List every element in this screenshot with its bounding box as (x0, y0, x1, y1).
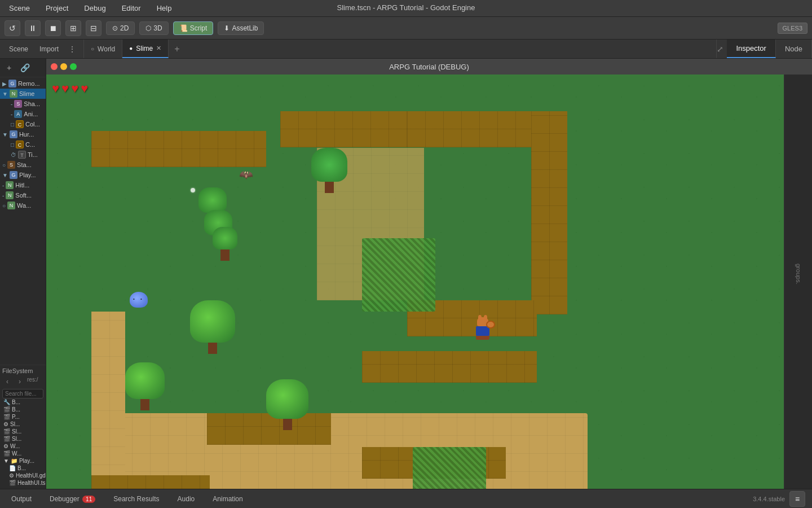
fs-icon-4: 🎬 (3, 428, 10, 435)
toolbar-refresh-btn[interactable]: ↺ (5, 20, 20, 36)
fs-item-0[interactable]: 🔧B... (2, 398, 43, 406)
fs-label-6: W... (10, 443, 20, 449)
traffic-light-green[interactable] (70, 63, 77, 70)
toolbar: ↺ ⏸ ⏹ ⊞ ⊟ ⊙ 2D ⬡ 3D 📜 Script ⬇ AssetLib … (0, 17, 812, 40)
tree-item-remote[interactable]: ▶ G Remo... (0, 78, 46, 89)
tab-scene[interactable]: Scene (5, 43, 33, 55)
scene-tab-world[interactable]: ○ World (84, 40, 122, 58)
leaf-tiles-1 (362, 238, 435, 312)
fs-item-1[interactable]: 🎬B... (2, 406, 43, 413)
fs-icon-0: 🔧 (3, 399, 10, 405)
tree-item-col[interactable]: □ C Col... (0, 119, 46, 129)
tab-import[interactable]: Import (35, 43, 63, 55)
fs-item-3[interactable]: ⚙Sl... (2, 421, 43, 428)
slime-node-icon: N (10, 90, 17, 98)
tree-item-anim[interactable]: - A Ani... (0, 109, 46, 119)
fs-label-5: Sl... (12, 436, 21, 442)
tree-item-timer[interactable]: ⏱ T Ti... (0, 150, 46, 160)
fs-forward-btn[interactable]: › (15, 376, 25, 387)
fs-item-healthui-tscn[interactable]: 🎬HealthUI.tscn (2, 479, 43, 487)
fs-b-label: B... (17, 465, 26, 471)
timer-label: Ti... (28, 151, 38, 158)
scene-tabs: ○ World ● Slime ✕ + (84, 40, 716, 58)
fs-icon-2: 🎬 (3, 414, 10, 420)
fs-path: res:/ (27, 376, 38, 387)
expand-btn[interactable]: ⤢ (717, 45, 723, 54)
menu-help[interactable]: Help (153, 3, 175, 14)
tree-item-play[interactable]: ▼ G Play... (0, 170, 46, 180)
toolbar-pause-btn[interactable]: ⏸ (25, 20, 41, 36)
state-icon: ○ (2, 162, 6, 168)
slime-expand-icon: ▼ (2, 91, 8, 97)
fs-item-healthui-gd[interactable]: ⚙HealthUI.gd (2, 472, 43, 479)
status-animation-tab[interactable]: Animation (208, 493, 247, 505)
c-node-icon: C (16, 141, 24, 148)
menu-scene[interactable]: Scene (6, 3, 33, 14)
inspector-tab[interactable]: Inspector (727, 40, 775, 58)
tree-item-wa[interactable]: ○ N Wa... (0, 200, 46, 211)
fs-label-2: P... (12, 414, 20, 420)
dirt-wall-lower-2 (362, 351, 537, 383)
main-layout: + 🔗 ▶ G Remo... ▼ N Slime - S Sha... (0, 59, 812, 489)
fs-search-input[interactable] (2, 389, 43, 398)
shadow-node-icon: S (14, 100, 22, 108)
scene-tab-slime[interactable]: ● Slime ✕ (122, 40, 169, 58)
toolbar-settings-btn[interactable]: ⊟ (86, 20, 102, 36)
fs-item-play-folder[interactable]: ▼ 📁 Play... (2, 457, 43, 465)
add-node-btn[interactable]: + (2, 61, 16, 75)
fs-item-b[interactable]: 📄B... (2, 465, 43, 472)
menu-editor[interactable]: Editor (118, 3, 144, 14)
status-debugger-tab[interactable]: Debugger 11 (45, 493, 100, 505)
fs-item-4[interactable]: 🎬Sl... (2, 428, 43, 435)
fs-item-2[interactable]: 🎬P... (2, 413, 43, 421)
status-audio-tab[interactable]: Audio (173, 493, 200, 505)
tree-item-c[interactable]: □ C C... (0, 139, 46, 150)
traffic-light-yellow[interactable] (60, 63, 67, 70)
menu-debug[interactable]: Debug (81, 3, 109, 14)
player-ear-left (478, 315, 482, 319)
player-character (475, 317, 491, 340)
tab-menu-btn[interactable]: ⋮ (65, 42, 79, 56)
game-viewport[interactable]: ♥ ♥ ♥ ♥ (46, 75, 812, 489)
soft-label: Soft... (15, 192, 32, 199)
tree-item-state[interactable]: ○ S Sta... (0, 160, 46, 170)
inspector-tabs: ⤢ Inspector Node (716, 40, 812, 58)
filesystem-nav: ‹ › res:/ (2, 376, 43, 387)
tree-item-hitl[interactable]: - N Hitl... (0, 180, 46, 190)
dirt-wall-right-top (407, 111, 537, 147)
fs-healthui-tscn-icon: 🎬 (9, 480, 16, 486)
tree-item-shadow[interactable]: - S Sha... (0, 99, 46, 109)
assetlib-btn[interactable]: ⬇ AssetLib (218, 21, 264, 35)
node-tab[interactable]: Node (776, 40, 812, 58)
traffic-light-red[interactable] (51, 63, 58, 70)
tree-top-1 (311, 148, 347, 182)
settings-icon-btn[interactable]: ≡ (789, 491, 805, 507)
toolbar-layout-btn[interactable]: ⊞ (65, 20, 81, 36)
fs-play-label: Play... (19, 458, 34, 464)
soft-node-icon: N (6, 191, 14, 199)
toolbar-stop-btn[interactable]: ⏹ (45, 20, 61, 36)
fs-healthui-gd-icon: ⚙ (9, 472, 14, 479)
link-node-btn[interactable]: 🔗 (18, 61, 32, 75)
status-output-tab[interactable]: Output (7, 493, 36, 505)
player-ear-right (484, 315, 487, 319)
mode-2d-btn[interactable]: ⊙ 2D (106, 21, 135, 35)
slime-tab-close[interactable]: ✕ (156, 45, 161, 52)
menu-project[interactable]: Project (42, 3, 72, 14)
state-node-icon: S (7, 161, 15, 169)
tree-item-slime[interactable]: ▼ N Slime (0, 89, 46, 99)
status-search-tab[interactable]: Search Results (109, 493, 164, 505)
fs-item-7[interactable]: 🎬W... (2, 450, 43, 457)
fs-back-btn[interactable]: ‹ (2, 376, 12, 387)
add-tab-btn[interactable]: + (169, 40, 185, 58)
fs-item-6[interactable]: ⚙W... (2, 443, 43, 450)
mode-3d-btn[interactable]: ⬡ 3D (139, 21, 168, 35)
col-icon: □ (11, 121, 14, 128)
tree-item-hurtbox[interactable]: ▼ G Hur... (0, 129, 46, 139)
script-btn[interactable]: 📜 Script (173, 21, 214, 35)
right-panel-stub: groups. (784, 59, 812, 489)
fs-label-4: Sl... (12, 428, 21, 435)
fs-item-5[interactable]: 🎬Sl... (2, 435, 43, 443)
tree-item-soft[interactable]: - N Soft... (0, 190, 46, 200)
tree-bottom-3 (266, 379, 308, 424)
